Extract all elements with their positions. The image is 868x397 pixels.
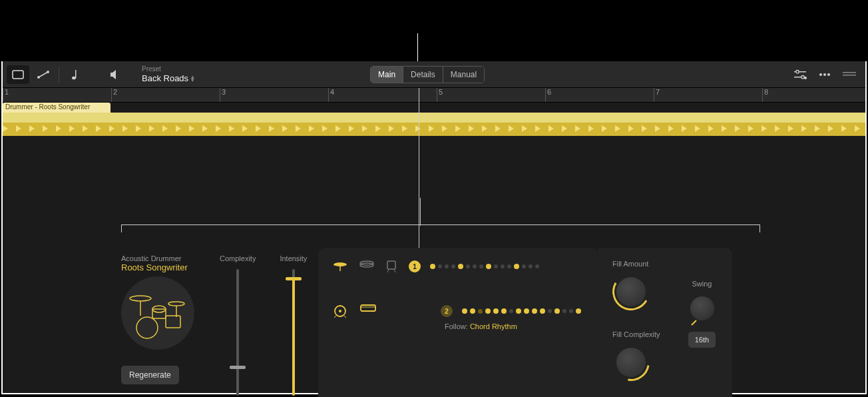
drummer-name[interactable]: Roots Songwriter (121, 262, 208, 272)
preset-name: Back Roads (142, 73, 188, 84)
preset-selector[interactable]: Preset Back Roads ▴▾ (142, 65, 194, 84)
pattern-2-badge[interactable]: 2 (441, 305, 453, 317)
knobs-panel: Fill Amount Fill Complexity Swing (598, 248, 732, 397)
ruler-tick: 1 (3, 88, 9, 102)
tab-manual[interactable]: Manual (443, 67, 484, 83)
cymbal-icon[interactable] (333, 260, 347, 273)
tom-icon[interactable] (386, 260, 397, 273)
chevron-updown-icon: ▴▾ (191, 75, 194, 81)
audition-button[interactable] (105, 65, 127, 84)
timeline-ruler[interactable]: 1 2 3 4 5 6 7 8 (3, 88, 865, 103)
svg-point-6 (796, 70, 799, 73)
callout-bracket (121, 224, 760, 232)
svg-rect-22 (166, 316, 180, 328)
snare-icon[interactable] (359, 304, 377, 318)
svg-point-10 (819, 73, 822, 76)
hihat-icon[interactable] (359, 260, 374, 273)
svg-point-8 (801, 75, 804, 78)
preset-label: Preset (142, 65, 194, 73)
drummer-region[interactable]: Drummer - Roots Songwriter (3, 103, 865, 136)
editor-toolbar: Preset Back Roads ▴▾ Main Details Manual (3, 61, 865, 88)
ruler-tick: 3 (220, 88, 226, 102)
pattern-1-steps[interactable] (430, 264, 539, 269)
drummer-editor-panel: Acoustic Drummer Roots Songwriter (121, 241, 760, 397)
intensity-slider[interactable]: Intensity (280, 254, 307, 397)
pattern-row-1[interactable]: 1 (333, 260, 583, 273)
pattern-row-2[interactable]: 2 (333, 304, 583, 318)
note-icon (71, 69, 78, 80)
pattern-1-badge[interactable]: 1 (409, 260, 421, 272)
complexity-label: Complexity (220, 254, 256, 262)
drummer-avatar[interactable] (121, 276, 194, 350)
svg-rect-0 (13, 71, 23, 79)
region-icon (12, 70, 24, 79)
drumkit-icon (124, 286, 191, 340)
follow-value: Chord Rhythm (470, 322, 517, 330)
svg-point-31 (339, 310, 341, 312)
follow-label-row[interactable]: Follow: Chord Rhythm (445, 322, 583, 330)
svg-rect-20 (152, 309, 166, 318)
fill-amount-label: Fill Amount (612, 260, 648, 268)
toolbar-separator (59, 67, 59, 83)
svg-rect-27 (387, 261, 395, 269)
fill-complexity-label: Fill Complexity (612, 330, 660, 338)
regenerate-button[interactable]: Regenerate (121, 366, 179, 384)
more-icon[interactable] (819, 73, 831, 77)
ruler-tick: 2 (111, 88, 117, 102)
settings-icon[interactable] (793, 69, 807, 80)
svg-point-15 (130, 296, 151, 301)
resize-handle-icon[interactable] (843, 71, 856, 78)
region-view-button[interactable] (7, 65, 29, 84)
svg-point-17 (168, 302, 184, 306)
pattern-2-steps[interactable] (462, 308, 581, 314)
svg-line-32 (334, 316, 336, 318)
region-beat-lane (3, 123, 865, 136)
swing-label: Swing (692, 280, 712, 288)
follow-label: Follow: (445, 322, 468, 330)
tab-details[interactable]: Details (403, 67, 443, 83)
callout-line-top (417, 33, 418, 63)
svg-line-28 (387, 269, 389, 272)
svg-line-29 (394, 269, 395, 272)
svg-line-33 (344, 316, 346, 318)
svg-rect-13 (843, 72, 856, 73)
region-body (3, 113, 865, 123)
svg-point-9 (804, 77, 807, 79)
svg-point-21 (136, 317, 158, 338)
swing-mode-button[interactable]: 16th (688, 332, 716, 348)
ruler-tick: 5 (437, 88, 443, 102)
tab-main[interactable]: Main (371, 67, 403, 83)
view-mode-segment: Main Details Manual (370, 66, 485, 83)
swing-knob[interactable] (687, 293, 718, 324)
region-label: Drummer - Roots Songwriter (3, 103, 110, 113)
drummer-column: Acoustic Drummer Roots Songwriter (121, 241, 208, 397)
ruler-tick: 6 (545, 88, 551, 102)
drummer-type-label: Acoustic Drummer (121, 254, 208, 262)
fill-complexity-knob[interactable] (612, 344, 650, 381)
svg-point-12 (827, 73, 830, 76)
sliders-column: Complexity Intensity (220, 241, 306, 397)
ruler-tick: 7 (654, 88, 660, 102)
svg-rect-34 (361, 305, 375, 311)
ruler-tick: 8 (762, 88, 768, 102)
svg-rect-14 (843, 75, 856, 76)
complexity-slider[interactable]: Complexity (220, 254, 256, 397)
intensity-label: Intensity (280, 254, 307, 262)
svg-rect-4 (75, 70, 77, 78)
ruler-tick: 4 (328, 88, 334, 102)
note-view-button[interactable] (63, 65, 86, 84)
curve-icon (37, 70, 50, 79)
kick-icon[interactable] (333, 304, 347, 318)
editor-window: Preset Back Roads ▴▾ Main Details Manual (1, 61, 867, 394)
callout-stem (420, 198, 421, 226)
pattern-panel: 1 2 (318, 248, 598, 397)
fill-amount-knob[interactable] (612, 273, 650, 310)
automation-view-button[interactable] (32, 65, 55, 84)
svg-point-11 (823, 73, 826, 76)
speaker-icon (110, 69, 122, 80)
